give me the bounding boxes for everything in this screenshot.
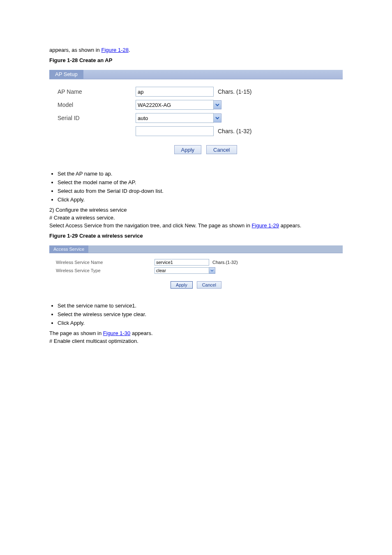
figure-1-29-box: Access Service Wireless Service Name Cha… [49, 245, 343, 294]
list-item: Select the model name of the AP. [58, 179, 343, 185]
tab-ap-setup[interactable]: AP Setup [49, 70, 83, 79]
figure-1-29-title: Figure 1-29 Create a wireless service [49, 233, 343, 239]
hint-ap-name: Chars. (1-15) [218, 88, 251, 95]
bullet-list-fig28: Set the AP name to ap. Select the model … [58, 171, 343, 203]
link-figure-1-29[interactable]: Figure 1-29 [252, 222, 279, 229]
apply-button[interactable]: Apply [174, 145, 202, 154]
apply-button[interactable]: Apply [171, 281, 193, 289]
cancel-button[interactable]: Cancel [197, 281, 221, 289]
select-serial-id[interactable] [136, 113, 214, 123]
step2-body: Select Access Service from the navigatio… [49, 222, 343, 229]
tab-access-service[interactable]: Access Service [49, 245, 88, 253]
intro-line: appears, as shown in Figure 1-28. [49, 47, 343, 53]
cancel-button[interactable]: Cancel [206, 145, 237, 154]
figure-1-28-box: AP Setup AP Name Chars. (1-15) Model Ser… [49, 70, 343, 162]
input-ap-name[interactable] [136, 87, 214, 97]
chevron-down-icon[interactable] [214, 113, 221, 123]
list-item: Select auto from the Serial ID drop-down… [58, 188, 343, 194]
step3-hash: # Enable client multicast optimization. [49, 338, 343, 344]
link-figure-1-28[interactable]: Figure 1-28 [101, 47, 128, 53]
hint-serial-extra: Chars. (1-32) [218, 128, 251, 134]
input-serial-extra[interactable] [136, 126, 214, 136]
hint-wireless-service-name: Chars.(1-32) [212, 260, 238, 265]
select-model[interactable] [136, 100, 214, 110]
list-item: Select the wireless service type clear. [58, 311, 343, 317]
link-figure-1-30[interactable]: Figure 1-30 [103, 330, 130, 336]
label-wireless-service-type: Wireless Service Type [53, 268, 154, 273]
chevron-down-icon[interactable] [214, 100, 221, 109]
select-wireless-service-type[interactable] [154, 267, 209, 274]
label-ap-name: AP Name [53, 88, 136, 95]
list-item: Set the AP name to ap. [58, 171, 343, 177]
step2-heading: 2) Configure the wireless service [49, 207, 343, 213]
list-item: Set the service name to service1. [58, 303, 343, 309]
step3-line: The page as shown in Figure 1-30 appears… [49, 330, 343, 336]
chevron-down-icon[interactable] [209, 267, 215, 274]
bullet-list-fig29: Set the service name to service1. Select… [58, 303, 343, 326]
label-model: Model [53, 102, 136, 108]
figure-1-28-title: Figure 1-28 Create an AP [49, 57, 343, 63]
label-wireless-service-name: Wireless Service Name [53, 260, 154, 265]
step2-hash: # Create a wireless service. [49, 215, 343, 221]
label-serial-id: Serial ID [53, 115, 136, 121]
list-item: Click Apply. [58, 197, 343, 203]
input-wireless-service-name[interactable] [154, 259, 209, 266]
list-item: Click Apply. [58, 320, 343, 326]
